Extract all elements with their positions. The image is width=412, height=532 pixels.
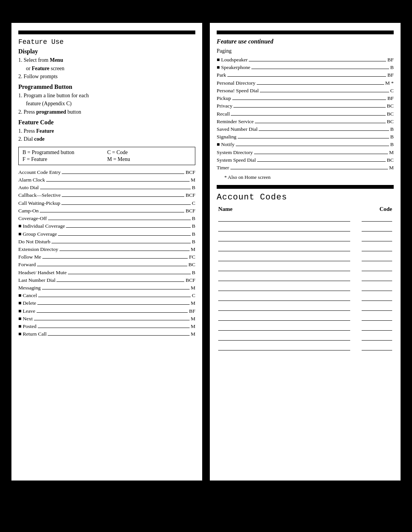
list-item: ■ Group Coverage B: [18, 231, 195, 238]
entry-code: M: [191, 300, 195, 307]
list-item: Extension Directoy M: [18, 246, 195, 253]
right-panel: Feature use continued Paging ■ Loudspeak…: [210, 23, 401, 481]
entry-name: Alarm Clock: [18, 177, 45, 183]
account-code-line: [362, 275, 392, 281]
list-item: ■ Individual Coverage B: [18, 223, 195, 230]
list-item: Forward BC: [18, 261, 195, 268]
entry-dash: [260, 92, 389, 92]
list-item: System Speed Dial BC: [217, 157, 394, 164]
account-row: [217, 285, 394, 291]
right-section-bar: [217, 31, 394, 34]
list-item: ■ Next M: [18, 315, 195, 322]
featurecode-heading: Feature Code: [18, 119, 195, 126]
entry-dash: [236, 146, 389, 146]
list-item: Do Not Disturb B: [18, 238, 195, 245]
entry-dash: [48, 220, 191, 220]
display-item-3: 2. Follow prompts: [18, 73, 195, 80]
list-item: Signaling B: [217, 133, 394, 140]
account-code-line: [362, 225, 392, 231]
account-row: [217, 325, 394, 331]
entry-dash: [238, 138, 389, 138]
entry-dash: [37, 266, 187, 266]
entry-name: ■ Group Coverage: [18, 231, 57, 238]
list-item: Personal Directory M *: [217, 80, 394, 87]
entry-code: B: [192, 238, 195, 245]
entry-dash: [34, 320, 190, 320]
account-codes-header: Name Code: [217, 206, 394, 212]
entry-name: ■ Notify: [217, 141, 235, 148]
entry-name: Follow Me: [18, 254, 41, 260]
list-item: ■ Return Call M: [18, 331, 195, 338]
programmed-item-3: 2. Press programmed button: [18, 108, 195, 116]
entry-name: Forward: [18, 261, 36, 268]
list-item: Timer M: [217, 164, 394, 171]
display-item-1: 1. Select from Menu: [18, 56, 195, 64]
account-code-line: [362, 344, 392, 350]
account-row: [217, 295, 394, 301]
left-section-bar: [18, 31, 195, 34]
feature-use-continued-title: Feature use continued: [217, 38, 394, 45]
entry-name: Callback—Selective: [18, 192, 61, 199]
account-name-line: [218, 235, 350, 241]
entry-name: ■ Leave: [18, 308, 35, 315]
programmed-list: 1. Program a line button for each featur…: [18, 92, 195, 116]
entry-dash: [40, 189, 191, 189]
entry-dash: [61, 204, 191, 205]
list-item: Privacy BC: [217, 103, 394, 109]
list-item: Reminder Service BC: [217, 118, 394, 125]
entry-dash: [56, 281, 184, 282]
account-row: [217, 265, 394, 271]
account-code-line: [362, 245, 392, 251]
entry-dash: [255, 123, 386, 123]
entry-code: M: [191, 331, 195, 338]
account-row: [217, 334, 394, 341]
account-code-line: [362, 215, 392, 222]
account-code-line: [362, 255, 392, 261]
entry-dash: [254, 154, 388, 154]
entry-code: B: [390, 141, 394, 148]
entry-name: Coverage-Off: [18, 215, 47, 222]
account-code-line: [362, 334, 392, 341]
account-row: [217, 215, 394, 222]
account-code-line: [362, 305, 392, 311]
list-item: ■ Delete M: [18, 300, 195, 307]
list-item: ■ Leave BF: [18, 308, 195, 315]
entry-name: Personal Directory: [217, 80, 256, 87]
list-item: Persona! Speed Dial C: [217, 87, 394, 94]
entry-dash: [48, 335, 190, 336]
entry-code: BC: [387, 103, 394, 109]
entry-code: B: [192, 184, 195, 191]
account-name-line: [218, 275, 350, 281]
entry-code: M: [191, 284, 195, 291]
entry-code: BCF: [185, 207, 195, 214]
display-heading: Display: [18, 48, 195, 55]
entry-code: C: [192, 292, 195, 299]
entry-name: Account Code Entry: [18, 169, 61, 176]
entry-code: FC: [189, 254, 195, 260]
list-item: Saved Number Dial B: [217, 126, 394, 133]
list-item: Pickup BF: [217, 95, 394, 102]
list-item: ■ Speakerphone B: [217, 64, 394, 71]
entry-name: Messaging: [18, 284, 41, 291]
list-item: Call Waiting-Pickup C: [18, 200, 195, 207]
entry-name: Privacy: [217, 103, 232, 109]
account-name-line: [218, 334, 350, 341]
account-code-line: [362, 295, 392, 301]
entry-dash: [42, 258, 188, 259]
entry-name: Saved Number Dial: [217, 126, 258, 133]
account-code-line: [362, 265, 392, 271]
entry-name: Auto Dial: [18, 184, 39, 191]
entry-name: Do Not Disturb: [18, 238, 50, 245]
entry-code: BC: [387, 118, 394, 125]
entry-code: M: [191, 323, 195, 330]
entry-code: BF: [387, 95, 394, 102]
entry-code: M: [389, 164, 394, 171]
list-item: Callback—Selective BCF: [18, 192, 195, 199]
account-code-line: [362, 285, 392, 291]
footnote: * Also on Home screen: [224, 174, 394, 180]
entry-dash: [231, 115, 386, 116]
entry-dash: [38, 297, 191, 297]
entry-name: ■ Return Call: [18, 331, 47, 338]
entry-name: ■ Next: [18, 315, 33, 322]
entry-dash: [42, 289, 190, 289]
